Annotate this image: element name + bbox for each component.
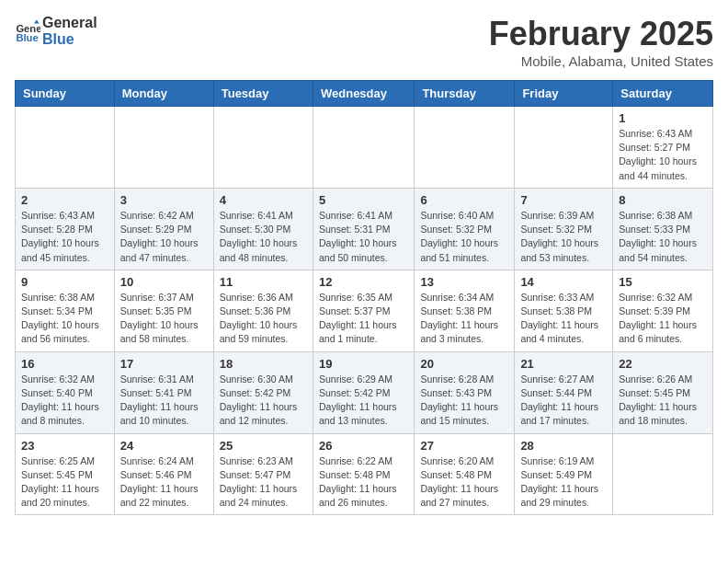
day-info: Sunrise: 6:22 AMSunset: 5:48 PMDaylight:…	[319, 454, 408, 511]
weekday-header-saturday: Saturday	[613, 81, 713, 107]
day-cell-12: 12Sunrise: 6:35 AMSunset: 5:37 PMDayligh…	[313, 270, 414, 351]
day-info: Sunrise: 6:41 AMSunset: 5:31 PMDaylight:…	[319, 209, 408, 265]
day-cell-9: 9Sunrise: 6:38 AMSunset: 5:34 PMDaylight…	[16, 270, 115, 351]
day-number: 14	[520, 275, 607, 289]
day-info: Sunrise: 6:38 AMSunset: 5:33 PMDaylight:…	[619, 209, 707, 265]
day-cell-21: 21Sunrise: 6:27 AMSunset: 5:44 PMDayligh…	[515, 351, 613, 433]
day-number: 27	[420, 439, 508, 453]
day-cell-19: 19Sunrise: 6:29 AMSunset: 5:42 PMDayligh…	[313, 351, 414, 433]
day-info: Sunrise: 6:42 AMSunset: 5:29 PMDaylight:…	[120, 209, 208, 265]
week-row-2: 2Sunrise: 6:43 AMSunset: 5:28 PMDaylight…	[16, 188, 713, 270]
page: General Blue General Blue February 2025 …	[0, 0, 728, 530]
day-info: Sunrise: 6:31 AMSunset: 5:41 PMDaylight:…	[120, 373, 208, 429]
day-number: 21	[520, 357, 607, 371]
day-info: Sunrise: 6:25 AMSunset: 5:45 PMDaylight:…	[21, 454, 108, 511]
day-info: Sunrise: 6:39 AMSunset: 5:32 PMDaylight:…	[520, 209, 607, 265]
day-cell-14: 14Sunrise: 6:33 AMSunset: 5:38 PMDayligh…	[515, 270, 613, 351]
day-info: Sunrise: 6:33 AMSunset: 5:38 PMDaylight:…	[520, 291, 607, 347]
empty-cell	[213, 107, 313, 189]
location: Mobile, Alabama, United States	[489, 53, 713, 69]
day-info: Sunrise: 6:19 AMSunset: 5:49 PMDaylight:…	[520, 454, 607, 511]
empty-cell	[114, 107, 213, 189]
day-number: 1	[619, 111, 707, 125]
calendar-table: SundayMondayTuesdayWednesdayThursdayFrid…	[15, 80, 713, 515]
day-number: 4	[220, 193, 307, 207]
day-cell-5: 5Sunrise: 6:41 AMSunset: 5:31 PMDaylight…	[313, 188, 414, 270]
day-cell-18: 18Sunrise: 6:30 AMSunset: 5:42 PMDayligh…	[213, 351, 313, 433]
day-info: Sunrise: 6:35 AMSunset: 5:37 PMDaylight:…	[319, 291, 408, 347]
day-number: 22	[619, 357, 707, 371]
day-number: 28	[520, 439, 607, 453]
day-info: Sunrise: 6:26 AMSunset: 5:45 PMDaylight:…	[619, 373, 707, 429]
day-cell-22: 22Sunrise: 6:26 AMSunset: 5:45 PMDayligh…	[613, 351, 713, 433]
day-number: 18	[220, 357, 307, 371]
week-row-4: 16Sunrise: 6:32 AMSunset: 5:40 PMDayligh…	[16, 351, 713, 433]
day-number: 2	[21, 193, 108, 207]
day-number: 10	[120, 275, 208, 289]
day-info: Sunrise: 6:34 AMSunset: 5:38 PMDaylight:…	[420, 291, 508, 347]
day-cell-15: 15Sunrise: 6:32 AMSunset: 5:39 PMDayligh…	[613, 270, 713, 351]
day-number: 17	[120, 357, 208, 371]
day-info: Sunrise: 6:37 AMSunset: 5:35 PMDaylight:…	[120, 291, 208, 347]
day-number: 19	[319, 357, 408, 371]
day-number: 7	[520, 193, 607, 207]
day-cell-27: 27Sunrise: 6:20 AMSunset: 5:48 PMDayligh…	[415, 433, 515, 515]
day-number: 5	[319, 193, 408, 207]
day-info: Sunrise: 6:20 AMSunset: 5:48 PMDaylight:…	[420, 454, 508, 511]
day-info: Sunrise: 6:28 AMSunset: 5:43 PMDaylight:…	[420, 373, 508, 429]
day-number: 26	[319, 439, 408, 453]
day-cell-10: 10Sunrise: 6:37 AMSunset: 5:35 PMDayligh…	[114, 270, 213, 351]
logo: General Blue General Blue	[15, 15, 97, 47]
day-number: 15	[619, 275, 707, 289]
day-number: 8	[619, 193, 707, 207]
week-row-5: 23Sunrise: 6:25 AMSunset: 5:45 PMDayligh…	[16, 433, 713, 515]
day-number: 3	[120, 193, 208, 207]
day-info: Sunrise: 6:41 AMSunset: 5:30 PMDaylight:…	[220, 209, 307, 265]
day-info: Sunrise: 6:36 AMSunset: 5:36 PMDaylight:…	[220, 291, 307, 347]
day-cell-4: 4Sunrise: 6:41 AMSunset: 5:30 PMDaylight…	[213, 188, 313, 270]
day-info: Sunrise: 6:24 AMSunset: 5:46 PMDaylight:…	[120, 454, 208, 511]
day-number: 13	[420, 275, 508, 289]
weekday-header-wednesday: Wednesday	[313, 81, 414, 107]
empty-cell	[313, 107, 414, 189]
empty-cell	[415, 107, 515, 189]
weekday-header-friday: Friday	[515, 81, 613, 107]
day-info: Sunrise: 6:32 AMSunset: 5:40 PMDaylight:…	[21, 373, 108, 429]
day-number: 6	[420, 193, 508, 207]
header: General Blue General Blue February 2025 …	[15, 15, 713, 69]
weekday-header-tuesday: Tuesday	[213, 81, 313, 107]
day-cell-13: 13Sunrise: 6:34 AMSunset: 5:38 PMDayligh…	[415, 270, 515, 351]
week-row-3: 9Sunrise: 6:38 AMSunset: 5:34 PMDaylight…	[16, 270, 713, 351]
week-row-1: 1Sunrise: 6:43 AMSunset: 5:27 PMDaylight…	[16, 107, 713, 189]
weekday-header-thursday: Thursday	[415, 81, 515, 107]
month-title: February 2025	[489, 15, 713, 53]
day-cell-11: 11Sunrise: 6:36 AMSunset: 5:36 PMDayligh…	[213, 270, 313, 351]
day-info: Sunrise: 6:27 AMSunset: 5:44 PMDaylight:…	[520, 373, 607, 429]
day-number: 9	[21, 275, 108, 289]
day-info: Sunrise: 6:43 AMSunset: 5:27 PMDaylight:…	[619, 127, 707, 183]
weekday-header-monday: Monday	[114, 81, 213, 107]
weekday-header-sunday: Sunday	[16, 81, 115, 107]
day-cell-6: 6Sunrise: 6:40 AMSunset: 5:32 PMDaylight…	[415, 188, 515, 270]
day-number: 20	[420, 357, 508, 371]
day-cell-25: 25Sunrise: 6:23 AMSunset: 5:47 PMDayligh…	[213, 433, 313, 515]
day-info: Sunrise: 6:30 AMSunset: 5:42 PMDaylight:…	[220, 373, 307, 429]
svg-marker-2	[34, 19, 40, 23]
day-cell-17: 17Sunrise: 6:31 AMSunset: 5:41 PMDayligh…	[114, 351, 213, 433]
day-info: Sunrise: 6:43 AMSunset: 5:28 PMDaylight:…	[21, 209, 108, 265]
day-number: 16	[21, 357, 108, 371]
day-cell-8: 8Sunrise: 6:38 AMSunset: 5:33 PMDaylight…	[613, 188, 713, 270]
svg-text:Blue: Blue	[16, 32, 38, 43]
day-info: Sunrise: 6:40 AMSunset: 5:32 PMDaylight:…	[420, 209, 508, 265]
day-cell-1: 1Sunrise: 6:43 AMSunset: 5:27 PMDaylight…	[613, 107, 713, 189]
logo-icon: General Blue	[15, 18, 40, 44]
day-cell-20: 20Sunrise: 6:28 AMSunset: 5:43 PMDayligh…	[415, 351, 515, 433]
day-cell-16: 16Sunrise: 6:32 AMSunset: 5:40 PMDayligh…	[16, 351, 115, 433]
title-block: February 2025 Mobile, Alabama, United St…	[489, 15, 713, 69]
day-info: Sunrise: 6:23 AMSunset: 5:47 PMDaylight:…	[220, 454, 307, 511]
empty-cell	[613, 433, 713, 515]
day-info: Sunrise: 6:32 AMSunset: 5:39 PMDaylight:…	[619, 291, 707, 347]
weekday-header-row: SundayMondayTuesdayWednesdayThursdayFrid…	[16, 81, 713, 107]
day-cell-23: 23Sunrise: 6:25 AMSunset: 5:45 PMDayligh…	[16, 433, 115, 515]
day-number: 24	[120, 439, 208, 453]
